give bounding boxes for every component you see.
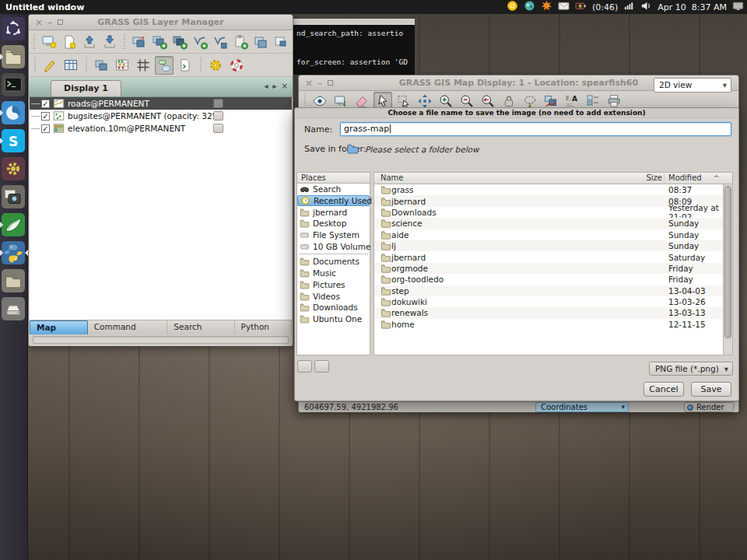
dock-item-disk-utility[interactable] <box>2 297 26 321</box>
column-modified[interactable]: Modified <box>668 173 702 184</box>
file-row[interactable]: jbernardSaturday <box>374 251 732 262</box>
file-row[interactable]: DownloadsYesterday at 21:02 <box>374 207 732 218</box>
add-cmd-button[interactable] <box>232 33 250 51</box>
minimize-icon[interactable]: – <box>44 17 55 28</box>
save-button[interactable]: Save <box>691 382 731 397</box>
column-name[interactable]: Name <box>381 173 404 184</box>
place-jbernard[interactable]: jbernard <box>297 206 370 218</box>
place-file-system[interactable]: File System <box>297 229 370 241</box>
modeler-abacus-button[interactable] <box>113 56 132 75</box>
py-script-button[interactable] <box>176 56 195 75</box>
battery-time[interactable]: (0:46) <box>592 2 618 12</box>
file-row[interactable]: org-toodledoFriday <box>374 274 732 285</box>
file-row[interactable]: dokuwiki13-03-26 <box>374 296 732 307</box>
render-button[interactable]: Render <box>684 402 734 412</box>
file-row[interactable]: renewals13-03-13 <box>374 307 732 318</box>
statusbar-mode-dropdown[interactable]: Coordinates ▾ <box>535 402 629 412</box>
file-row[interactable]: step13-04-03 <box>374 285 732 296</box>
place-desktop[interactable]: Desktop <box>297 218 370 229</box>
dock-item-dash-home[interactable] <box>2 17 26 41</box>
place-10-gb-volume[interactable]: 10 GB Volume <box>297 240 370 252</box>
add-vector-button[interactable] <box>191 33 209 51</box>
volume-indicator[interactable] <box>640 0 652 14</box>
close-icon[interactable]: × <box>303 78 314 89</box>
filename-input[interactable]: grass-map <box>340 122 731 136</box>
tab-close-icon[interactable]: × <box>282 82 288 90</box>
tab-display-1[interactable]: Display 1 <box>51 80 121 96</box>
layer-row[interactable]: ✓bugsites@PERMANENT (opacity: 32%) <box>30 110 292 122</box>
tab-map-layers[interactable]: Map layers <box>30 320 88 334</box>
tab-command-console[interactable]: Command console <box>88 320 168 334</box>
terminal-window[interactable]: nd_search_path: assertio for_screen: ass… <box>293 19 415 75</box>
layer-options-button[interactable] <box>213 124 223 133</box>
file-row[interactable]: aideSunday <box>374 229 732 240</box>
place-documents[interactable]: Documents <box>297 256 370 268</box>
message-indicator[interactable] <box>558 0 570 14</box>
files-scrollbar[interactable] <box>723 184 732 355</box>
column-size[interactable]: Size <box>631 173 662 184</box>
layer-options-button[interactable] <box>213 99 223 108</box>
places-header[interactable]: Places <box>297 173 370 184</box>
save-workspace-button[interactable] <box>101 33 119 51</box>
layer-checkbox[interactable]: ✓ <box>41 124 50 133</box>
close-icon[interactable]: × <box>33 17 44 28</box>
notification-indicator[interactable] <box>541 0 552 14</box>
session-indicator[interactable] <box>732 0 744 14</box>
dock-item-terminal[interactable] <box>2 73 26 97</box>
layer-checkbox[interactable]: ✓ <box>41 112 50 121</box>
filetype-dropdown[interactable]: PNG file (*.png) ▾ <box>649 362 733 376</box>
place-search[interactable]: Search <box>297 184 370 195</box>
file-row[interactable]: grass08:37 <box>374 184 732 195</box>
layer-row[interactable]: ✓roads@PERMANENT <box>30 97 292 110</box>
place-pictures[interactable]: Pictures <box>297 279 370 291</box>
tab-python-shell[interactable]: Python shell <box>235 320 292 334</box>
georectify-button[interactable] <box>134 56 153 75</box>
add-bookmark-button[interactable] <box>297 360 312 373</box>
tab-search-module[interactable]: Search module <box>167 320 234 334</box>
dock-item-browser[interactable] <box>2 101 26 125</box>
layer-options-button[interactable] <box>213 111 223 121</box>
tab-next-icon[interactable]: ▸ <box>273 82 277 90</box>
add-overlay-button[interactable] <box>272 33 290 51</box>
file-row[interactable]: ljSunday <box>374 240 732 251</box>
dock-item-files[interactable] <box>2 45 26 69</box>
maximize-icon[interactable] <box>328 80 333 86</box>
dock-item-python-app[interactable] <box>2 241 26 265</box>
tab-prev-icon[interactable]: ◂ <box>265 82 268 90</box>
layer-row[interactable]: ✓elevation.10m@PERMANENT <box>30 122 292 135</box>
sort-ascending-icon[interactable]: ^ <box>714 173 720 184</box>
network-indicator[interactable] <box>623 0 635 14</box>
battery-indicator[interactable] <box>575 0 587 14</box>
create-workspace-button[interactable] <box>61 33 79 51</box>
place-videos[interactable]: Videos <box>297 290 370 302</box>
social-indicator[interactable] <box>524 0 535 14</box>
dock-item-system-tool[interactable] <box>2 157 26 181</box>
add-raster-button[interactable] <box>151 33 169 51</box>
graph-modeler-button[interactable] <box>155 56 174 75</box>
minimize-icon[interactable]: – <box>314 78 325 89</box>
file-row[interactable]: scienceSunday <box>374 218 732 229</box>
cancel-button[interactable]: Cancel <box>644 382 684 397</box>
mapcalc-button[interactable] <box>92 56 110 75</box>
file-row[interactable]: home12-11-15 <box>374 319 732 330</box>
layer-checkbox[interactable]: ✓ <box>41 100 50 108</box>
place-music[interactable]: Music <box>297 268 370 279</box>
add-multi-button[interactable] <box>131 33 149 51</box>
add-vector2-button[interactable] <box>212 33 230 51</box>
place-recently-used[interactable]: Recently Used <box>297 195 370 207</box>
edit-pencil-button[interactable] <box>40 56 59 75</box>
open-workspace-button[interactable] <box>81 33 99 51</box>
remove-bookmark-button[interactable] <box>314 360 329 373</box>
view-mode-dropdown[interactable]: 2D view ▾ <box>654 78 731 93</box>
layer-manager-titlebar[interactable]: × – GRASS GIS Layer Manager <box>29 15 293 30</box>
add-group-button[interactable] <box>252 33 270 51</box>
maximize-icon[interactable] <box>58 19 63 25</box>
help-ring-button[interactable] <box>227 56 246 75</box>
clock-indicator[interactable]: 8:37 AM <box>692 2 727 12</box>
dock-item-grass-gis[interactable] <box>2 213 26 237</box>
attr-table-button[interactable] <box>61 56 80 75</box>
new-display-button[interactable] <box>40 33 58 51</box>
settings-gear-button[interactable] <box>206 56 225 75</box>
scrollbar-thumb[interactable] <box>724 186 731 338</box>
ubuntuone-indicator[interactable] <box>507 0 518 14</box>
